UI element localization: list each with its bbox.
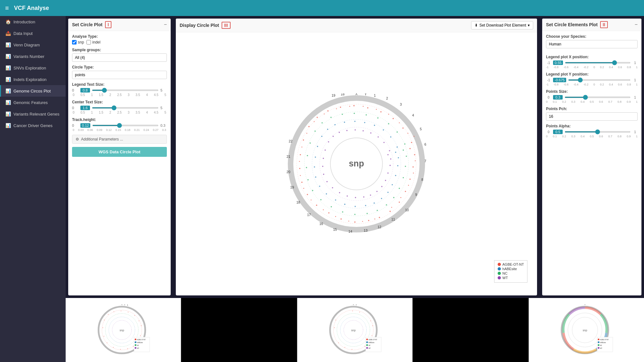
- sidebar-item-variants-relevant-genes[interactable]: 📊 Variants Relevant Genes: [0, 108, 66, 120]
- thumb-svg-5: snp X AGBE-OT-NT hABEsite NC WT: [558, 304, 615, 356]
- svg-text:8: 8: [421, 178, 423, 181]
- sidebar-item-venn-diagram[interactable]: 📊 Venn Diagram: [0, 39, 66, 51]
- svg-point-67: [348, 221, 349, 221]
- sidebar-item-cancer-driver-genes[interactable]: 📊 Cancer Driver Genes: [0, 120, 66, 131]
- svg-text:WT: WT: [369, 348, 371, 349]
- center-text-size-slider[interactable]: [92, 107, 159, 109]
- thumb-svg-3: snp X Y: [326, 304, 384, 356]
- thumbnail-2[interactable]: [182, 298, 297, 362]
- points-size-slider[interactable]: [565, 97, 631, 98]
- circle-type-group: Circle Type: points: [72, 65, 167, 79]
- svg-point-247: [598, 347, 599, 349]
- svg-point-79: [349, 106, 350, 107]
- thumbnail-1[interactable]: snp X Y 1: [66, 298, 181, 362]
- minimize-right-icon[interactable]: −: [635, 22, 638, 28]
- hamburger-icon[interactable]: ≡: [5, 4, 9, 12]
- svg-point-200: [135, 342, 136, 343]
- svg-text:1: 1: [127, 304, 128, 306]
- points-pch-group: Points Pch: 16 17 18 19 20: [546, 107, 638, 121]
- svg-point-144: [389, 165, 391, 166]
- sidebar-item-genome-circos-plot[interactable]: 📊 Genome Circos Plot: [0, 85, 66, 97]
- points-pch-select[interactable]: 16 17 18 19 20: [546, 112, 638, 121]
- svg-point-36: [405, 191, 406, 192]
- content-area: Set Circle Plot I − Analyse Type: snp: [66, 16, 644, 362]
- species-select[interactable]: Human Mouse Rat: [546, 40, 638, 48]
- thumbnail-4[interactable]: [413, 298, 528, 362]
- svg-point-50: [308, 126, 310, 127]
- svg-point-192: [113, 311, 114, 312]
- set-download-plot-element-button[interactable]: ⬇ Set Download Plot Element ▾: [471, 21, 533, 29]
- snp-checkbox[interactable]: [72, 40, 77, 44]
- svg-point-74: [301, 147, 302, 148]
- svg-point-164: [355, 129, 356, 131]
- svg-text:hABEsite: hABEsite: [137, 342, 143, 343]
- svg-point-194: [128, 312, 128, 312]
- svg-point-58: [402, 127, 404, 129]
- circle-plot-area: X Y 1 2 3 4 5 6 7 8 9 10 11: [176, 32, 537, 295]
- points-size-value: 0.3: [553, 95, 563, 100]
- svg-text:NC: NC: [369, 345, 371, 346]
- svg-point-48: [300, 154, 301, 155]
- svg-point-54: [353, 105, 355, 106]
- svg-text:21: 21: [287, 155, 290, 158]
- legend-y-group: Legend plot Y position: -1 -0.675 1 -1-0…: [546, 72, 638, 86]
- thumbnail-5[interactable]: snp X AGBE-OT-NT hABEsite NC WT: [529, 298, 644, 362]
- legend-text-size-slider[interactable]: [92, 90, 159, 91]
- svg-point-187: [107, 342, 107, 343]
- sidebar-item-indels-exploration[interactable]: 📊 Indels Exploration: [0, 74, 66, 85]
- track-height-slider[interactable]: [92, 125, 159, 126]
- snp-checkbox-label[interactable]: snp: [72, 40, 84, 44]
- svg-point-59: [413, 136, 414, 137]
- svg-point-183: [133, 346, 134, 347]
- svg-text:17: 17: [307, 213, 311, 217]
- svg-point-116: [397, 165, 398, 166]
- legend-x-slider[interactable]: [565, 62, 631, 63]
- svg-point-66: [362, 221, 363, 222]
- svg-point-186: [113, 347, 114, 348]
- indel-checkbox[interactable]: [86, 40, 91, 44]
- svg-text:14: 14: [348, 229, 352, 233]
- svg-point-86: [403, 149, 404, 151]
- svg-point-220: [338, 342, 339, 343]
- sidebar-item-variants-number[interactable]: 📊 Variants Number: [0, 51, 66, 62]
- circle-type-select[interactable]: points: [72, 71, 167, 79]
- display-circle-plot-badge: III: [222, 22, 231, 29]
- thumbnail-3[interactable]: snp X Y: [297, 298, 412, 362]
- svg-point-159: [325, 149, 326, 151]
- svg-point-166: [370, 132, 371, 133]
- set-circle-plot-header: Set Circle Plot I −: [68, 19, 171, 31]
- svg-point-233: [366, 347, 368, 349]
- sidebar-item-data-input[interactable]: 📤 Data Input: [0, 28, 66, 39]
- svg-point-108: [354, 113, 355, 114]
- set-circle-plot-body: Analyse Type: snp indel: [68, 31, 171, 295]
- svg-point-154: [332, 187, 333, 189]
- display-circle-plot-header: Display Circle Plot III ⬇ Set Download P…: [176, 19, 537, 32]
- additional-params-button[interactable]: ⚙ Additional Parameters ...: [72, 135, 167, 144]
- svg-point-245: [598, 344, 599, 346]
- sidebar-item-introduction[interactable]: 🏠 Introduction: [0, 16, 66, 28]
- chart-icon-1: 📊: [5, 42, 11, 47]
- svg-point-217: [364, 346, 365, 347]
- legend-y-slider[interactable]: [568, 79, 631, 81]
- svg-point-142: [387, 154, 389, 155]
- sample-groups-select[interactable]: All (4): [72, 53, 167, 62]
- points-alpha-slider[interactable]: [565, 131, 631, 133]
- svg-text:16: 16: [319, 222, 323, 226]
- sidebar-item-snvs-exploration[interactable]: 📊 SNVs Exploration: [0, 62, 66, 74]
- svg-point-132: [321, 136, 322, 137]
- svg-point-112: [396, 132, 398, 133]
- home-icon: 🏠: [5, 19, 11, 24]
- svg-point-93: [377, 210, 378, 211]
- svg-point-124: [344, 204, 346, 205]
- minimize-left-icon[interactable]: −: [164, 22, 167, 28]
- wgs-data-circle-plot-button[interactable]: WGS Data Circle Plot: [72, 147, 167, 157]
- svg-point-202: [135, 344, 136, 346]
- indel-checkbox-label[interactable]: indel: [86, 40, 100, 44]
- svg-text:15: 15: [333, 228, 337, 231]
- svg-point-145: [387, 173, 389, 174]
- sidebar-item-genomic-features[interactable]: 📊 Genomic Features: [0, 97, 66, 108]
- svg-point-63: [400, 197, 401, 198]
- set-circle-elements-plot-header: Set Circle Elements Plot II −: [542, 19, 641, 31]
- svg-point-100: [307, 179, 309, 181]
- svg-text:X: X: [121, 304, 123, 305]
